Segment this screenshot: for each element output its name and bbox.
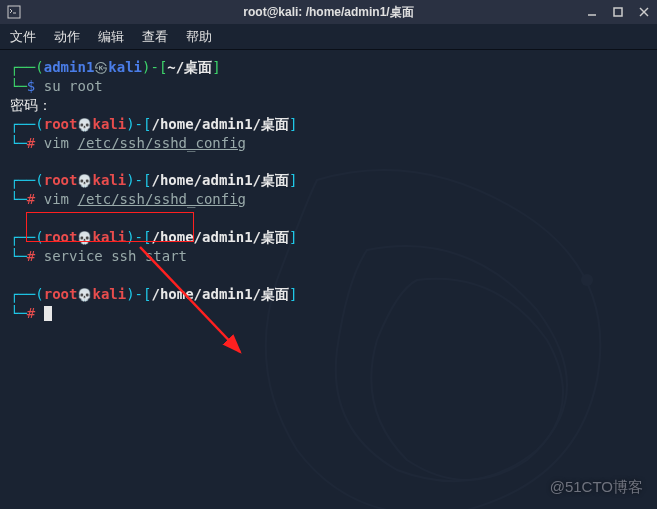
command-line: └─# vim /etc/ssh/sshd_config (10, 190, 647, 209)
minimize-button[interactable] (585, 5, 599, 19)
menu-help[interactable]: 帮助 (186, 28, 212, 46)
skull-icon: 💀 (77, 231, 92, 245)
close-button[interactable] (637, 5, 651, 19)
window-controls (585, 5, 651, 19)
menu-view[interactable]: 查看 (142, 28, 168, 46)
watermark: @51CTO博客 (550, 478, 643, 497)
prompt-line: ┌──(root💀kali)-[/home/admin1/桌面] (10, 115, 647, 134)
svg-rect-0 (8, 6, 20, 18)
terminal[interactable]: ┌──(admin1㉿kali)-[~/桌面] └─$ su root 密码： … (0, 50, 657, 509)
command-line: └─$ su root (10, 77, 647, 96)
password-prompt: 密码： (10, 96, 647, 115)
terminal-icon (6, 4, 22, 20)
cursor (44, 306, 52, 321)
skull-icon: 💀 (77, 118, 92, 132)
prompt-line: ┌──(root💀kali)-[/home/admin1/桌面] (10, 171, 647, 190)
menu-file[interactable]: 文件 (10, 28, 36, 46)
skull-icon: 💀 (77, 174, 92, 188)
menubar: 文件 动作 编辑 查看 帮助 (0, 24, 657, 50)
command-line: └─# service ssh start (10, 247, 647, 266)
prompt-line: ┌──(root💀kali)-[/home/admin1/桌面] (10, 285, 647, 304)
prompt-line: ┌──(root💀kali)-[/home/admin1/桌面] (10, 228, 647, 247)
command-line: └─# vim /etc/ssh/sshd_config (10, 134, 647, 153)
menu-edit[interactable]: 编辑 (98, 28, 124, 46)
titlebar: root@kali: /home/admin1/桌面 (0, 0, 657, 24)
window-title: root@kali: /home/admin1/桌面 (243, 4, 413, 21)
menu-actions[interactable]: 动作 (54, 28, 80, 46)
command-line-active[interactable]: └─# (10, 304, 647, 323)
skull-icon: 💀 (77, 288, 92, 302)
prompt-line: ┌──(admin1㉿kali)-[~/桌面] (10, 58, 647, 77)
svg-rect-3 (614, 8, 622, 16)
maximize-button[interactable] (611, 5, 625, 19)
